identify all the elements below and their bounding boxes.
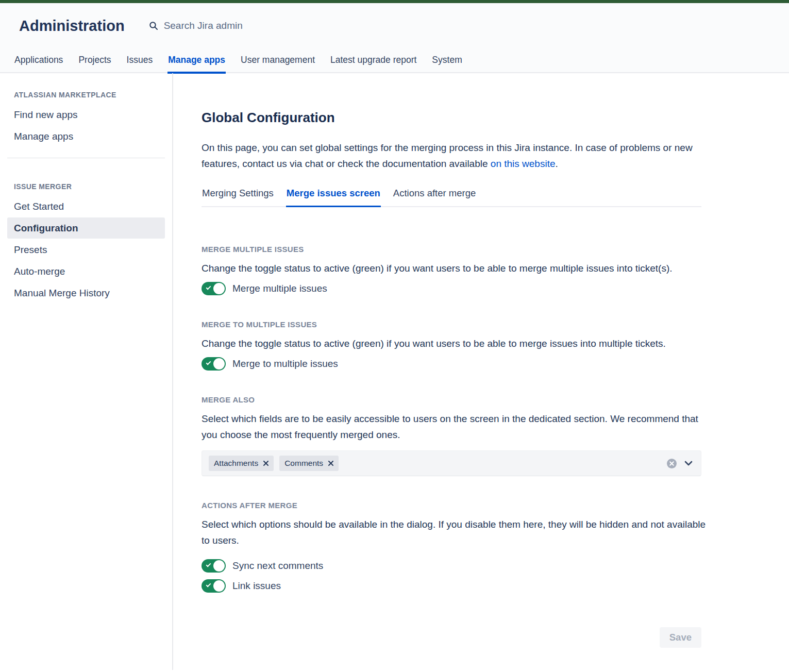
- sidebar-divider: [7, 158, 165, 158]
- intro-paragraph: On this page, you can set global setting…: [202, 140, 707, 172]
- toggle-label: Sync next comments: [232, 560, 323, 572]
- save-button[interactable]: Save: [660, 627, 701, 648]
- nav-item-latest-upgrade-report[interactable]: Latest upgrade report: [330, 48, 417, 72]
- check-icon: [206, 360, 211, 365]
- merge-multiple-toggle-row: Merge multiple issues: [202, 282, 789, 295]
- merge-multiple-issues-toggle[interactable]: [202, 282, 226, 295]
- toggle-knob: [213, 560, 225, 572]
- tag-label: Comments: [284, 459, 323, 468]
- section-heading-actions-after-merge: ACTIONS AFTER MERGE: [202, 501, 789, 510]
- sidebar: ATLASSIAN MARKETPLACE Find new apps Mana…: [0, 73, 173, 670]
- merge-also-multiselect[interactable]: Attachments Comments: [202, 450, 701, 476]
- toggle-label: Link issues: [232, 580, 281, 592]
- section-body-merge-to-multiple: Change the toggle status to active (gree…: [202, 335, 707, 351]
- nav-item-system[interactable]: System: [431, 48, 462, 72]
- intro-text: On this page, you can set global setting…: [202, 142, 693, 169]
- check-icon: [206, 582, 211, 587]
- chevron-down-icon[interactable]: [684, 461, 693, 466]
- clear-all-icon[interactable]: [667, 459, 677, 468]
- documentation-link[interactable]: on this website: [491, 158, 556, 169]
- admin-search[interactable]: [149, 20, 266, 32]
- tab-actions-after-merge[interactable]: Actions after merge: [393, 188, 476, 206]
- sidebar-section-title-marketplace: ATLASSIAN MARKETPLACE: [7, 91, 165, 104]
- check-icon: [206, 285, 211, 290]
- sidebar-item-get-started[interactable]: Get Started: [7, 196, 165, 217]
- toggle-label: Merge multiple issues: [232, 283, 327, 294]
- sync-next-comments-toggle[interactable]: [202, 559, 226, 573]
- section-heading-merge-multiple: MERGE MULTIPLE ISSUES: [202, 245, 789, 254]
- nav-item-user-management[interactable]: User management: [240, 48, 315, 72]
- page-title: Global Configuration: [202, 110, 789, 126]
- tag-comments: Comments: [279, 456, 339, 471]
- sidebar-item-manage-apps[interactable]: Manage apps: [7, 126, 165, 147]
- section-heading-merge-also: MERGE ALSO: [202, 395, 789, 404]
- sidebar-item-presets[interactable]: Presets: [7, 239, 165, 260]
- section-heading-merge-to-multiple: MERGE TO MULTIPLE ISSUES: [202, 320, 789, 329]
- toggle-knob: [213, 580, 225, 592]
- main-content: Global Configuration On this page, you c…: [173, 73, 789, 670]
- nav-item-projects[interactable]: Projects: [78, 48, 111, 72]
- sidebar-item-auto-merge[interactable]: Auto-merge: [7, 261, 165, 282]
- sidebar-item-configuration[interactable]: Configuration: [7, 217, 165, 239]
- admin-nav: Applications Projects Issues Manage apps…: [0, 48, 789, 73]
- page-header: Administration Applications Projects Iss…: [0, 3, 789, 73]
- section-body-actions-after-merge: Select which options should be available…: [202, 516, 707, 548]
- app-title: Administration: [19, 18, 125, 35]
- merge-to-multiple-toggle-row: Merge to multiple issues: [202, 357, 789, 371]
- tag-label: Attachments: [214, 459, 258, 468]
- section-body-merge-multiple: Change the toggle status to active (gree…: [202, 260, 707, 276]
- intro-text-end: .: [556, 158, 558, 169]
- sidebar-item-find-new-apps[interactable]: Find new apps: [7, 104, 165, 125]
- remove-tag-icon[interactable]: [263, 461, 268, 466]
- nav-item-manage-apps[interactable]: Manage apps: [167, 48, 226, 74]
- merge-to-multiple-issues-toggle[interactable]: [202, 357, 226, 371]
- toggle-knob: [213, 283, 225, 294]
- section-body-merge-also: Select which fields are to be easily acc…: [202, 411, 707, 443]
- nav-item-issues[interactable]: Issues: [126, 48, 154, 72]
- tab-merge-issues-screen[interactable]: Merge issues screen: [286, 188, 381, 207]
- sync-next-comments-toggle-row: Sync next comments: [202, 559, 789, 573]
- link-issues-toggle-row: Link issues: [202, 579, 789, 593]
- nav-item-applications[interactable]: Applications: [14, 48, 63, 72]
- config-tabs: Merging Settings Merge issues screen Act…: [202, 188, 701, 207]
- check-icon: [206, 562, 211, 567]
- tab-merging-settings[interactable]: Merging Settings: [202, 188, 274, 206]
- sidebar-section-title-issue-merger: ISSUE MERGER: [7, 182, 165, 196]
- sidebar-item-manual-merge-history[interactable]: Manual Merge History: [7, 282, 165, 304]
- toggle-knob: [213, 358, 225, 369]
- remove-tag-icon[interactable]: [328, 461, 333, 466]
- toggle-label: Merge to multiple issues: [232, 358, 338, 369]
- link-issues-toggle[interactable]: [202, 579, 226, 593]
- search-icon: [149, 21, 158, 30]
- tag-attachments: Attachments: [209, 456, 274, 471]
- search-input[interactable]: [163, 20, 266, 32]
